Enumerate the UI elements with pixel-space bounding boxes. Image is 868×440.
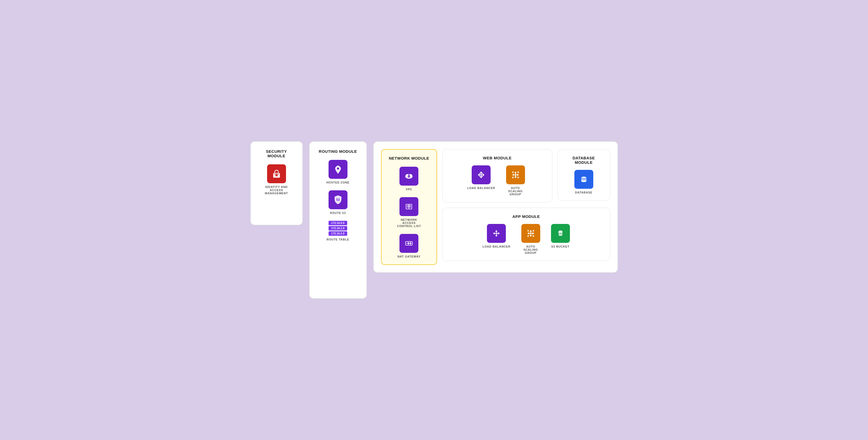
- app-lb-icon: [487, 224, 506, 243]
- nacl-icon: [400, 197, 418, 216]
- db-block: DATABASE: [575, 170, 593, 194]
- nacl-label: NETWORK ACCESSCONTROL LIST: [395, 218, 423, 228]
- web-lb-icon: [472, 165, 491, 184]
- main-container: SECURITY MODULE IDENTITY ANDACCESSMANAGE…: [250, 141, 618, 299]
- s3-icon: [551, 224, 570, 243]
- web-asg-icon: [506, 165, 525, 184]
- web-lb-label: LOAD BALANCER: [467, 186, 495, 190]
- app-module-title: APP MODULE: [513, 214, 540, 219]
- route-row-1: 172.16.0.0: [329, 221, 347, 225]
- svg-rect-16: [517, 177, 519, 178]
- right-container: NETWORK MODULE VPC: [373, 141, 618, 273]
- app-asg-icon: [521, 224, 540, 243]
- network-module: NETWORK MODULE VPC: [381, 149, 437, 265]
- routing-module: ROUTING MODULE HOSTED ZONE 53 RO: [309, 141, 367, 299]
- web-asg-block: AUTO SCALINGGROUP: [504, 165, 527, 196]
- vpc-label: VPC: [406, 188, 412, 191]
- db-icon: [575, 170, 593, 189]
- web-module-title: WEB MODULE: [483, 156, 512, 160]
- nat-block: NAT GATEWAY: [398, 234, 421, 258]
- iam-icon-block: IDENTITY ANDACCESSMANAGEMENT: [265, 164, 288, 195]
- route-row-3: 172.16.2.0: [329, 231, 347, 236]
- vpc-icon: [400, 167, 418, 186]
- svg-rect-24: [533, 230, 534, 231]
- route53-icon: 53: [329, 190, 347, 209]
- database-module: DATABASE MODULE: [558, 149, 610, 200]
- web-module: WEB MODULE: [442, 149, 552, 202]
- routing-module-title: ROUTING MODULE: [319, 149, 357, 154]
- web-lb-block: LOAD BALANCER: [467, 165, 495, 190]
- web-icons-row: LOAD BALANCER: [467, 165, 527, 196]
- svg-rect-15: [512, 177, 514, 178]
- app-asg-block: AUTO SCALINGGROUP: [519, 224, 542, 254]
- svg-rect-13: [512, 171, 514, 173]
- security-module-title: SECURITY MODULE: [257, 149, 296, 158]
- s3-label: S3 BUCKET: [551, 245, 570, 248]
- security-module: SECURITY MODULE IDENTITY ANDACCESSMANAGE…: [250, 141, 303, 225]
- route53-block: 53 ROUTE 53: [329, 190, 347, 215]
- app-module: APP MODULE LOAD BALANCER: [442, 208, 610, 261]
- route-table-label: ROUTE TABLE: [327, 238, 349, 241]
- database-module-title: DATABASE MODULE: [565, 156, 602, 165]
- route-table-block: 172.16.0.0 172.16.1.0 172.16.2.0 ROUTE T…: [327, 221, 349, 241]
- route53-label: ROUTE 53: [330, 211, 346, 215]
- nat-icon: [400, 234, 418, 253]
- svg-point-9: [409, 177, 409, 177]
- app-lb-block: LOAD BALANCER: [483, 224, 510, 248]
- hosted-zone-block: HOSTED ZONE: [326, 160, 349, 184]
- app-icons-row: LOAD BALANCER: [483, 224, 570, 254]
- s3-block: S3 BUCKET: [551, 224, 570, 248]
- vpc-block: VPC: [400, 167, 418, 191]
- svg-point-19: [581, 180, 586, 182]
- svg-rect-26: [533, 235, 534, 237]
- svg-text:53: 53: [336, 198, 340, 201]
- nacl-block: NETWORK ACCESSCONTROL LIST: [395, 197, 423, 228]
- route-row-2: 172.16.1.0: [329, 226, 347, 230]
- app-lb-label: LOAD BALANCER: [483, 245, 510, 248]
- db-label: DATABASE: [575, 191, 592, 194]
- right-modules: WEB MODULE: [442, 149, 610, 265]
- iam-icon: [267, 164, 286, 183]
- iam-label: IDENTITY ANDACCESSMANAGEMENT: [265, 185, 288, 195]
- network-module-title: NETWORK MODULE: [389, 156, 429, 160]
- app-asg-label: AUTO SCALINGGROUP: [519, 245, 542, 254]
- svg-rect-14: [517, 171, 519, 173]
- hosted-zone-label: HOSTED ZONE: [326, 181, 349, 184]
- svg-point-3: [337, 167, 339, 169]
- svg-rect-23: [527, 230, 529, 231]
- web-asg-label: AUTO SCALINGGROUP: [504, 186, 527, 196]
- hosted-zone-icon: [329, 160, 347, 179]
- route-table-icon: 172.16.0.0 172.16.1.0 172.16.2.0: [329, 221, 347, 236]
- nat-label: NAT GATEWAY: [398, 255, 421, 258]
- svg-rect-25: [527, 235, 529, 237]
- svg-rect-1: [276, 175, 278, 176]
- svg-rect-2: [274, 174, 279, 174]
